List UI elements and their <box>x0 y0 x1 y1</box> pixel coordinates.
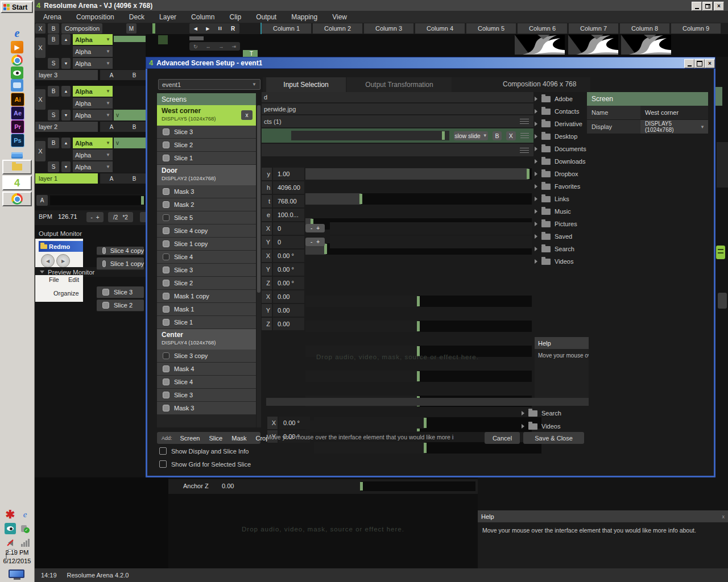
property-value[interactable]: 0.00 ° <box>273 263 304 276</box>
tree-item-videos[interactable]: Videos <box>535 255 573 268</box>
slice-row-Slice-3[interactable]: Slice 3 <box>157 389 256 402</box>
bypass-button[interactable]: B <box>493 131 502 140</box>
add-slice-button[interactable]: Slice <box>209 435 222 442</box>
clip-file-name[interactable]: perwide.jpg <box>262 103 533 114</box>
layer-blend-dropdown[interactable]: Alpha▼ <box>73 161 113 172</box>
slice-checkbox-icon[interactable] <box>102 247 106 254</box>
slice-checkbox-icon[interactable] <box>163 253 169 260</box>
effect-row[interactable]: slow slide ▼ B X <box>262 128 533 143</box>
property-value[interactable]: 0.00 ° <box>273 277 304 289</box>
clip-thumbnail[interactable] <box>621 35 671 55</box>
ie-icon[interactable]: e <box>11 27 23 39</box>
tree-item-videos[interactable]: Videos <box>522 420 560 433</box>
column-header-1[interactable]: Column 1 <box>262 23 311 34</box>
active-clip-cell[interactable]: v <box>114 138 146 148</box>
expand-arrow-icon[interactable] <box>535 97 537 101</box>
property-slider[interactable] <box>305 168 532 180</box>
expand-arrow-icon[interactable] <box>535 197 537 201</box>
layer-clear-button[interactable]: X <box>35 141 46 161</box>
after-effects-icon[interactable]: Ae <box>11 106 24 120</box>
property-value[interactable]: 0.00 ° <box>273 250 304 262</box>
layer-b-button[interactable]: B <box>133 124 136 130</box>
layer-blend-dropdown[interactable]: Alpha▼ <box>73 138 113 148</box>
slider-handle[interactable] <box>424 443 427 453</box>
slice-row-Slice-1[interactable]: Slice 1 <box>157 316 256 329</box>
remove-effect-button[interactable]: X <box>506 131 515 140</box>
slice-checkbox-icon[interactable] <box>163 280 169 286</box>
checkbox-icon[interactable] <box>159 460 167 468</box>
tree-item-links[interactable]: Links <box>535 193 569 205</box>
screen-group-Center[interactable]: CenterDISPLAY4 (1024x768) <box>157 329 256 350</box>
bottom-slider[interactable] <box>314 417 541 429</box>
menu-item-output[interactable]: Output <box>256 13 276 21</box>
slice-row-Slice-3-copy[interactable]: Slice 3 copy <box>157 350 256 363</box>
option-show-grid[interactable]: Show Grid for Selected Slice <box>159 460 251 468</box>
checkbox-icon[interactable] <box>159 447 167 455</box>
property-value[interactable]: 768.00 <box>273 195 304 207</box>
main-minimize-button[interactable] <box>692 2 702 11</box>
cancel-button[interactable]: Cancel <box>485 432 520 444</box>
layer-b-button[interactable]: B <box>133 176 136 182</box>
help-close-icon[interactable]: x <box>722 514 725 519</box>
column-header-7[interactable]: Column 7 <box>569 23 618 34</box>
slice-row-Slice-4[interactable]: Slice 4 <box>157 376 256 389</box>
layer-blend-dropdown[interactable]: Alpha▼ <box>73 149 113 160</box>
property-value[interactable]: 0.00 <box>273 318 304 330</box>
tree-item-desktop[interactable]: Desktop <box>535 130 577 143</box>
slice-row-Slice-2[interactable]: Slice 2 <box>157 277 256 290</box>
slice-row-Slice-2[interactable]: Slice 2 <box>157 139 256 152</box>
drag-handle-icon[interactable] <box>520 133 529 138</box>
tree-item-downloads[interactable]: Downloads <box>535 155 585 168</box>
blend-mode-dropdown[interactable]: slow slide ▼ <box>454 131 488 140</box>
crossfader-a-button[interactable]: A <box>36 195 48 206</box>
property-slider[interactable] <box>305 193 532 205</box>
option-show-display-info[interactable]: Show Display and Slice Info <box>159 447 249 455</box>
column-header-6[interactable]: Column 6 <box>518 23 567 34</box>
slice-row-Slice-5[interactable]: Slice 5 <box>157 211 256 225</box>
stepper-minus-button[interactable]: - <box>311 225 312 231</box>
remove-screen-button[interactable]: x <box>241 110 253 120</box>
slice-checkbox-icon[interactable] <box>163 155 169 161</box>
column-header-2[interactable]: Column 2 <box>313 23 362 34</box>
drag-handle-icon[interactable] <box>520 119 529 124</box>
expand-arrow-icon[interactable] <box>535 147 537 151</box>
slice-row-Slice-3[interactable]: Slice 3 <box>157 126 256 139</box>
expand-arrow-icon[interactable] <box>535 134 537 139</box>
layer-a-button[interactable]: A <box>110 124 114 130</box>
property-value[interactable]: 0 <box>273 236 304 248</box>
ie-print-icon[interactable]: e <box>19 509 31 520</box>
layer-up-icon[interactable]: ▲ <box>61 138 71 148</box>
dialog-title-bar[interactable]: 4 Advanced Screen Setup - event1 <box>146 57 715 69</box>
slice-checkbox-icon[interactable] <box>163 405 169 411</box>
resolume-4-button[interactable]: 4 <box>2 176 32 190</box>
slider-handle[interactable] <box>359 194 362 204</box>
property-value[interactable]: 4096.00 <box>273 181 304 194</box>
slice-checkbox-icon[interactable] <box>163 240 169 247</box>
layer-name-layer-1[interactable]: layer 1 <box>35 173 98 184</box>
save-close-button[interactable]: Save & Close <box>523 432 584 444</box>
expand-arrow-icon[interactable] <box>535 209 537 214</box>
slice-row-Slice-1[interactable]: Slice 1 <box>157 152 256 165</box>
screen-name-field[interactable]: West corner <box>640 106 708 120</box>
slice-row-Mask-3[interactable]: Mask 3 <box>157 185 256 198</box>
slice-checkbox-icon[interactable] <box>102 260 106 267</box>
tree-item-search[interactable]: Search <box>535 243 574 255</box>
tree-item-music[interactable]: Music <box>535 205 571 218</box>
add-screen-button[interactable]: Screen <box>180 435 200 442</box>
menu-item-mapping[interactable]: Mapping <box>291 13 317 21</box>
expand-arrow-icon[interactable] <box>535 159 537 164</box>
slice-row-Slice-4-copy[interactable]: Slice 4 copy <box>157 225 256 238</box>
column-header-5[interactable]: Column 5 <box>466 23 516 34</box>
tree-item-documents[interactable]: Documents <box>535 143 586 155</box>
column-header-9[interactable]: Column 9 <box>671 23 721 34</box>
chrome-button[interactable] <box>2 192 32 206</box>
bottom-slider[interactable] <box>314 442 541 454</box>
bpm-plus-button[interactable]: + <box>96 214 100 221</box>
premiere-icon[interactable]: Pr <box>11 120 24 134</box>
illustrator-icon[interactable]: Ai <box>11 93 24 106</box>
slice-row-Slice-1-copy[interactable]: Slice 1 copy <box>157 238 256 251</box>
screen-group-Door[interactable]: DoorDISPLAY2 (1024x768) <box>157 165 256 185</box>
bpm-half-button[interactable]: /2 <box>113 214 118 221</box>
slice-checkbox-icon[interactable] <box>163 214 169 221</box>
thumbnail-t-button[interactable]: T <box>243 50 258 57</box>
